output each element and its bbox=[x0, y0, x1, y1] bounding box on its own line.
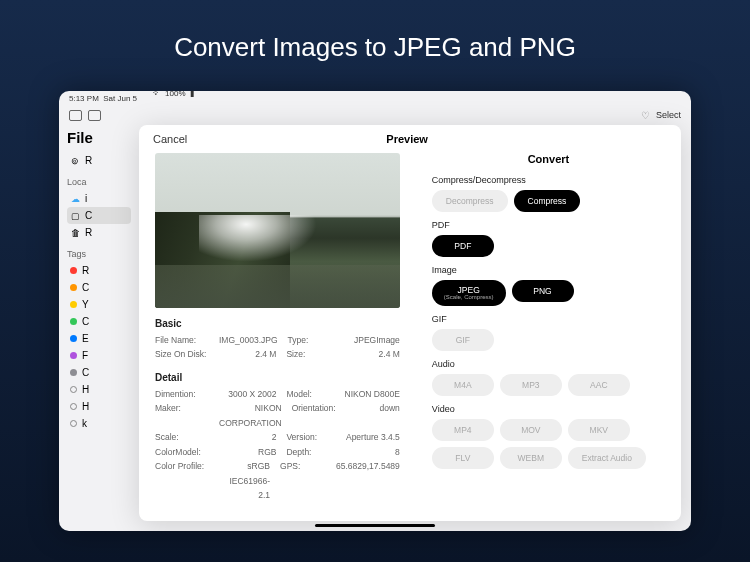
tag-row[interactable]: C bbox=[67, 313, 131, 330]
convert-title: Convert bbox=[432, 153, 665, 165]
tag-row[interactable]: R bbox=[67, 262, 131, 279]
extract-audio-button: Extract Audio bbox=[568, 447, 646, 469]
info-row: Dimention:3000 X 2002Model:NIKON D800E bbox=[155, 387, 400, 401]
layout-icon[interactable] bbox=[88, 110, 101, 121]
info-key: Maker: bbox=[155, 401, 219, 430]
info-row: Size On Disk:2.4 MSize:2.4 M bbox=[155, 347, 400, 361]
home-indicator bbox=[315, 524, 435, 527]
convert-pane: Convert Compress/Decompress Decompress C… bbox=[416, 153, 681, 521]
tag-row[interactable]: H bbox=[67, 381, 131, 398]
tag-row[interactable]: E bbox=[67, 330, 131, 347]
tablet-frame: 5:13 PM Sat Jun 5 ᯤ 100% ▮ ♡ Select File… bbox=[59, 91, 691, 531]
info-val: 2.4 M bbox=[342, 347, 399, 361]
info-val: 2.4 M bbox=[219, 347, 286, 361]
hero-title: Convert Images to JPEG and PNG bbox=[0, 0, 750, 91]
info-val: IMG_0003.JPG bbox=[219, 333, 288, 347]
sidebar-toggle-icon[interactable] bbox=[69, 110, 82, 121]
cancel-button[interactable]: Cancel bbox=[153, 133, 187, 145]
info-val: down bbox=[348, 401, 400, 430]
mp4-button: MP4 bbox=[432, 419, 494, 441]
tag-row[interactable]: k bbox=[67, 415, 131, 432]
tag-dot bbox=[70, 335, 77, 342]
pdf-button[interactable]: PDF bbox=[432, 235, 494, 257]
battery-pct: 100% bbox=[165, 91, 185, 98]
jpeg-button[interactable]: JPEG (Scale, Compress) bbox=[432, 280, 506, 306]
image-preview bbox=[155, 153, 400, 308]
basic-header: Basic bbox=[155, 318, 400, 329]
heart-icon[interactable]: ♡ bbox=[641, 110, 650, 121]
wifi-icon: ᯤ bbox=[153, 91, 161, 98]
info-val: NIKON CORPORATION bbox=[219, 401, 292, 430]
png-button[interactable]: PNG bbox=[512, 280, 574, 302]
locations-header: Loca bbox=[67, 177, 131, 187]
status-bar: 5:13 PM Sat Jun 5 ᯤ 100% ▮ bbox=[59, 91, 691, 105]
clock-icon: ⊚ bbox=[70, 156, 80, 166]
tags-header: Tags bbox=[67, 249, 131, 259]
info-row: ColorModel:RGBDepth:8 bbox=[155, 445, 400, 459]
group-pdf: PDF bbox=[432, 220, 665, 230]
webm-button: WEBM bbox=[500, 447, 562, 469]
info-key: Scale: bbox=[155, 430, 219, 444]
tag-row[interactable]: C bbox=[67, 364, 131, 381]
sidebar-row[interactable]: 🗑R bbox=[67, 224, 131, 241]
info-val: RGB bbox=[219, 445, 286, 459]
info-val: 8 bbox=[342, 445, 399, 459]
tag-dot bbox=[70, 403, 77, 410]
info-val: JPEGImage bbox=[344, 333, 400, 347]
mov-button: MOV bbox=[500, 419, 562, 441]
decompress-button: Decompress bbox=[432, 190, 508, 212]
tag-dot bbox=[70, 386, 77, 393]
info-key: Orientation: bbox=[292, 401, 348, 430]
sidebar-row[interactable]: ▢C bbox=[67, 207, 131, 224]
info-row: Color Profile:sRGB IEC61966-2.1GPS:65.68… bbox=[155, 459, 400, 502]
info-val: Aperture 3.4.5 bbox=[342, 430, 399, 444]
preview-modal: Cancel Preview Basic File Name:IMG_0003.… bbox=[139, 125, 681, 521]
tag-dot bbox=[70, 420, 77, 427]
info-key: Version: bbox=[286, 430, 342, 444]
info-val: 65.6829,17.5489 bbox=[336, 459, 400, 502]
info-row: Scale:2Version:Aperture 3.4.5 bbox=[155, 430, 400, 444]
info-key: GPS: bbox=[280, 459, 336, 502]
info-val: NIKON D800E bbox=[342, 387, 399, 401]
sidebar-row[interactable]: ⊚R bbox=[67, 152, 131, 169]
tag-dot bbox=[70, 267, 77, 274]
tag-dot bbox=[70, 318, 77, 325]
info-key: Size On Disk: bbox=[155, 347, 219, 361]
info-key: Depth: bbox=[286, 445, 342, 459]
tag-dot bbox=[70, 352, 77, 359]
group-image: Image bbox=[432, 265, 665, 275]
group-audio: Audio bbox=[432, 359, 665, 369]
tag-row[interactable]: Y bbox=[67, 296, 131, 313]
info-key: Dimention: bbox=[155, 387, 219, 401]
status-date: Sat Jun 5 bbox=[103, 94, 137, 103]
group-compress: Compress/Decompress bbox=[432, 175, 665, 185]
modal-title: Preview bbox=[187, 133, 627, 145]
preview-pane: Basic File Name:IMG_0003.JPGType:JPEGIma… bbox=[139, 153, 416, 521]
select-button[interactable]: Select bbox=[656, 110, 681, 120]
info-key: Color Profile: bbox=[155, 459, 219, 502]
info-key: Model: bbox=[286, 387, 342, 401]
tag-dot bbox=[70, 369, 77, 376]
info-val: 2 bbox=[219, 430, 286, 444]
sidebar-row[interactable]: ☁i bbox=[67, 190, 131, 207]
gif-button: GIF bbox=[432, 329, 494, 351]
window-toolbar: ♡ Select bbox=[59, 105, 691, 125]
tag-row[interactable]: F bbox=[67, 347, 131, 364]
tag-row[interactable]: H bbox=[67, 398, 131, 415]
compress-button[interactable]: Compress bbox=[514, 190, 581, 212]
info-key: ColorModel: bbox=[155, 445, 219, 459]
battery-icon: ▮ bbox=[190, 91, 194, 98]
mkv-button: MKV bbox=[568, 419, 630, 441]
tag-row[interactable]: C bbox=[67, 279, 131, 296]
tag-dot bbox=[70, 284, 77, 291]
group-video: Video bbox=[432, 404, 665, 414]
info-val: sRGB IEC61966-2.1 bbox=[219, 459, 280, 502]
group-gif: GIF bbox=[432, 314, 665, 324]
info-key: Type: bbox=[288, 333, 344, 347]
info-row: File Name:IMG_0003.JPGType:JPEGImage bbox=[155, 333, 400, 347]
detail-header: Detail bbox=[155, 372, 400, 383]
m4a-button: M4A bbox=[432, 374, 494, 396]
sidebar: File ⊚R Loca ☁i ▢C 🗑R Tags R C Y C E F C… bbox=[59, 125, 139, 436]
device-icon: ▢ bbox=[70, 211, 80, 221]
status-time: 5:13 PM bbox=[69, 94, 99, 103]
